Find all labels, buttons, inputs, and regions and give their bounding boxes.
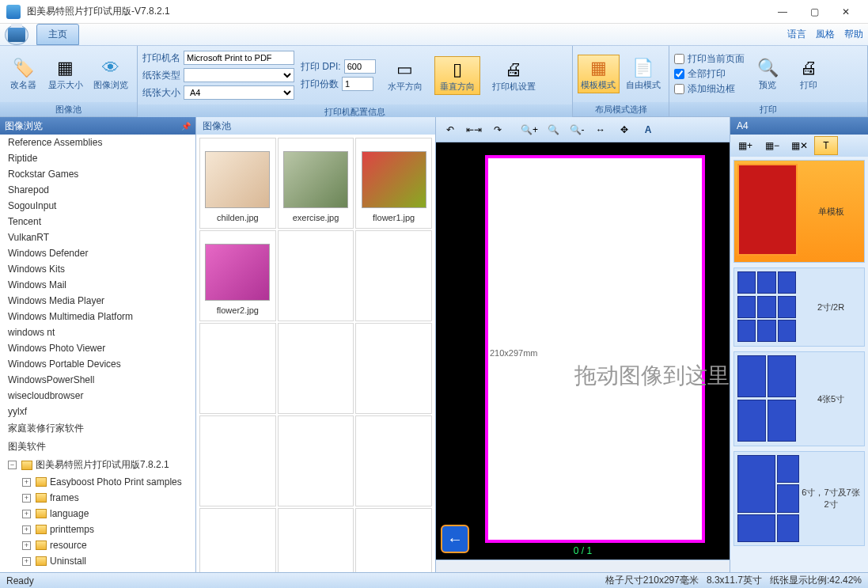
thumb-cell[interactable]: childen.jpg [199,138,276,229]
menu-language[interactable]: 语言 [787,28,806,41]
print-button[interactable]: 🖨打印 [790,55,827,93]
thumb-cell[interactable]: exercise.jpg [278,138,354,229]
showsize-button[interactable]: ▦显示大小 [44,55,87,93]
maximize-button[interactable]: ▢ [798,1,830,23]
print-all-check[interactable]: 全部打印 [674,67,745,81]
menu-help[interactable]: 帮助 [844,28,863,41]
pin-icon[interactable]: 📌 [181,122,191,131]
rotate-left-button[interactable]: ↶ [439,119,461,140]
tree-subitem[interactable]: + Easyboost Photo Print samples [0,474,195,490]
tree-item[interactable]: Windows Portable Devices [0,356,195,372]
minimize-button[interactable]: ― [767,1,798,23]
tab-home[interactable]: 主页 [36,24,79,45]
orient-vertical-button[interactable]: ▯垂直方向 [434,56,480,95]
tree-item[interactable]: windows nt [0,324,195,340]
tree-item[interactable]: Windows Mail [0,277,195,293]
folder-icon [36,556,47,566]
tree-item[interactable]: yylxf [0,404,195,419]
folder-icon [36,493,47,503]
expand-icon[interactable]: + [22,541,31,550]
thumb-cell[interactable]: flower1.jpg [355,138,432,229]
print-current-check[interactable]: 打印当前页面 [674,52,745,66]
tree-item[interactable]: 图美软件 [0,438,195,456]
printer-settings-button[interactable]: 🖨打印机设置 [487,56,541,95]
expand-icon[interactable]: + [22,557,31,566]
zoom-fit-button[interactable]: 🔍 [542,119,564,140]
copies-input[interactable] [342,77,373,91]
paper-type-select[interactable] [184,68,294,82]
tree-item[interactable]: SogouInput [0,198,195,214]
thumb-caption: exercise.jpg [293,213,339,222]
tree-subitem[interactable]: + language [0,506,195,522]
tree-item[interactable]: Sharepod [0,182,195,198]
tree-item[interactable]: Rockstar Games [0,166,195,182]
tree-subitem[interactable]: + resource [0,537,195,553]
rotate-right-button[interactable]: ↷ [487,119,509,140]
add-border-check[interactable]: 添加细边框 [674,82,745,96]
tree-item[interactable]: 家庭装修行家软件 [0,419,195,438]
browse-button[interactable]: 👁图像浏览 [90,55,133,93]
template-item[interactable]: 6寸，7寸及7张2寸 [733,451,865,546]
tree-subitem[interactable]: + frames [0,490,195,506]
tpl-del-button[interactable]: ▦✕ [787,136,811,155]
tree-subitem[interactable]: + printtemps [0,522,195,537]
tree-item[interactable]: Windows Multimedia Platform [0,309,195,324]
move-all-button[interactable]: ✥ [613,119,635,140]
status-gridsize: 格子尺寸210x297毫米 [605,574,699,587]
tree-item[interactable]: Windows Media Player [0,293,195,309]
free-mode-button[interactable]: 📄自由模式 [623,55,665,93]
tree-item[interactable]: Windows Photo Viewer [0,340,195,356]
move-h-button[interactable]: ↔ [589,119,612,140]
dpi-input[interactable] [344,59,376,74]
print-icon: 🖨 [798,57,820,79]
orient-horizontal-button[interactable]: ▭水平方向 [382,56,428,95]
tpl-text-button[interactable]: T [814,136,838,155]
paper-size-select[interactable]: A4 [184,85,294,100]
tpl-add-button[interactable]: ▦+ [733,136,757,155]
template-preview [737,164,801,259]
expand-icon[interactable]: + [22,494,31,503]
text-button[interactable]: A [637,119,659,140]
canvas-hscroll[interactable] [436,560,730,572]
menu-style[interactable]: 風格 [816,28,835,41]
tpl-edit-button[interactable]: ▦− [760,136,784,155]
thumb-image [362,151,426,208]
thumb-cell [278,415,354,506]
folder-tree[interactable]: Reference AssembliesRiptideRockstar Game… [0,135,195,572]
template-mode-button[interactable]: ▦模板模式 [578,55,620,93]
tree-item[interactable]: wisecloudbrowser [0,388,195,404]
landscape-icon: ▭ [394,59,416,81]
thumb-cell[interactable]: flower2.jpg [199,230,276,321]
tree-subitem[interactable]: + Uninstall [0,553,195,569]
preview-button[interactable]: 🔍预览 [749,55,786,93]
collapse-icon[interactable]: − [8,461,17,469]
zoom-out-button[interactable]: 🔍- [566,119,588,140]
expand-icon[interactable]: + [22,510,31,518]
thumb-image [283,151,348,208]
close-button[interactable]: ✕ [830,1,862,23]
status-ready: Ready [6,575,34,586]
browser-panel-header: 图像浏览📌 [0,117,195,135]
tree-item[interactable]: VulkanRT [0,230,195,245]
template-item[interactable]: 4张5寸 [733,351,865,446]
canvas-area[interactable]: 210x297mm 拖动图像到这里 ← 0 / 1 [436,142,730,560]
template-item[interactable]: 单模板 [733,160,865,263]
template-item[interactable]: 2寸/2R [733,267,865,347]
expand-icon[interactable]: + [22,478,31,487]
app-menu-button[interactable] [5,25,28,45]
tree-item[interactable]: WindowsPowerShell [0,372,195,388]
tree-item[interactable]: Windows Defender [0,245,195,261]
tree-item[interactable]: Windows Kits [0,261,195,277]
tree-item[interactable]: Riptide [0,150,195,166]
tree-item[interactable]: Reference Assemblies [0,135,195,150]
zoom-in-button[interactable]: 🔍+ [518,119,540,140]
tree-item-app[interactable]: − 图美易特照片打印试用版7.8.2.1 [0,456,195,474]
printer-name-input[interactable] [184,51,294,65]
back-button[interactable]: ← [441,525,469,553]
browser-panel: 图像浏览📌 Reference AssembliesRiptideRocksta… [0,117,196,572]
expand-icon[interactable]: + [22,525,31,534]
fit-width-button[interactable]: ⇤⇥ [463,119,485,140]
rename-button[interactable]: 🏷️改名器 [5,55,41,93]
tree-item[interactable]: Tencent [0,214,195,230]
printer-gear-icon: 🖨 [502,59,525,81]
